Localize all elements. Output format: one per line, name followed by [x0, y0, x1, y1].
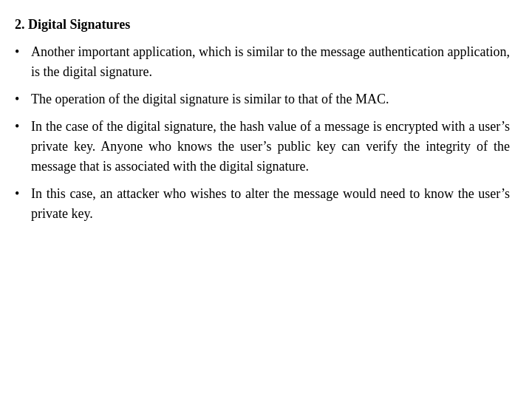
bullet-text: In this case, an attacker who wishes to …	[31, 184, 510, 224]
bullet-list: • Another important application, which i…	[15, 42, 510, 224]
section-container: 2. Digital Signatures • Another importan…	[15, 15, 510, 224]
list-item: • Another important application, which i…	[15, 42, 510, 82]
bullet-marker: •	[15, 42, 31, 62]
bullet-marker: •	[15, 184, 31, 204]
bullet-marker: •	[15, 89, 31, 109]
section-heading: 2. Digital Signatures	[15, 15, 510, 35]
bullet-text: Another important application, which is …	[31, 42, 510, 82]
list-item: • In the case of the digital signature, …	[15, 117, 510, 177]
bullet-text: The operation of the digital signature i…	[31, 89, 510, 109]
bullet-marker: •	[15, 117, 31, 137]
bullet-text: In the case of the digital signature, th…	[31, 117, 510, 177]
list-item: • The operation of the digital signature…	[15, 89, 510, 109]
list-item: • In this case, an attacker who wishes t…	[15, 184, 510, 224]
